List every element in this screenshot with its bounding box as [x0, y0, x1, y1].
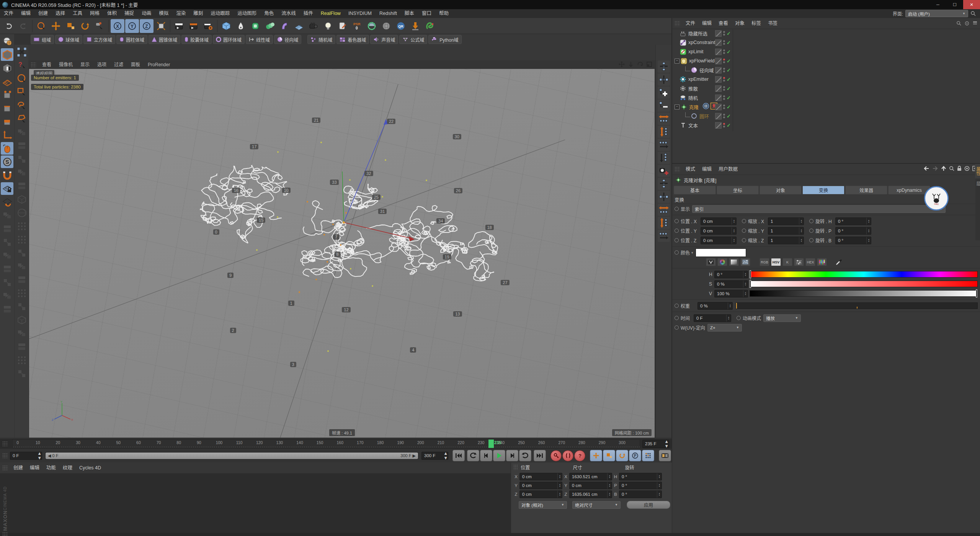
color-swatch[interactable] — [696, 248, 746, 257]
modeling-6[interactable] — [15, 193, 28, 206]
render-picture-viewer-button[interactable] — [187, 19, 201, 33]
value-field[interactable]: 1▲▼ — [768, 227, 804, 235]
layer-toggle[interactable] — [715, 30, 722, 37]
modeling-15[interactable] — [15, 314, 28, 326]
panel-grip[interactable] — [2, 441, 8, 446]
picker-mode-HEX[interactable]: HEX — [805, 258, 815, 266]
axis-mode[interactable] — [1, 129, 13, 141]
om-menu-查看[interactable]: 查看 — [715, 19, 732, 28]
field-button-组域[interactable]: 组域 — [31, 35, 54, 44]
hierarchy-tool-6[interactable] — [658, 126, 670, 138]
modeling-1[interactable] — [15, 126, 28, 139]
enable-check[interactable]: ✓ — [727, 67, 731, 73]
S-gradient-slider[interactable] — [750, 281, 978, 287]
hierarchy-tool-14[interactable] — [658, 230, 670, 242]
enable-check[interactable]: ✓ — [727, 58, 731, 64]
modeling-17[interactable] — [15, 340, 28, 353]
render-visibility-dot[interactable] — [723, 126, 725, 127]
rect-select-tool[interactable] — [15, 86, 28, 98]
current-frame-field[interactable]: 235 F▲▼ — [642, 440, 669, 448]
layer-toggle[interactable] — [715, 113, 722, 119]
menu-运动图形[interactable]: 运动图形 — [234, 9, 260, 18]
menu-渲染[interactable]: 渲染 — [172, 9, 189, 18]
display-dropdown[interactable]: 索引▼ — [692, 205, 946, 213]
drop-to-floor-button[interactable] — [408, 19, 422, 33]
dock-extra-7[interactable] — [1, 289, 13, 302]
hierarchy-tool-2[interactable] — [658, 74, 670, 86]
compact-picker-icon[interactable] — [706, 258, 716, 266]
render-view-button[interactable] — [172, 19, 186, 33]
om-target-icon[interactable] — [964, 21, 970, 26]
enable-check[interactable]: ✓ — [727, 113, 731, 119]
coord-尺寸-Z[interactable]: 1635.061 cm▲▼ — [569, 490, 612, 498]
panel-grip[interactable] — [31, 62, 36, 67]
value-field[interactable]: 0 °▲▼ — [835, 217, 871, 225]
coord-位置-X[interactable]: 0 cm▲▼ — [519, 473, 562, 480]
render-visibility-dot[interactable] — [723, 116, 725, 118]
hierarchy-tool-9[interactable] — [658, 165, 670, 177]
render-visibility-dot[interactable] — [723, 80, 725, 82]
animation-toggle[interactable] — [737, 316, 741, 320]
menu-工具[interactable]: 工具 — [69, 9, 86, 18]
hierarchy-tool-1[interactable] — [658, 60, 670, 73]
hierarchy-tool-8[interactable] — [658, 152, 670, 164]
render-settings-button[interactable] — [201, 19, 215, 33]
render-visibility-dot[interactable] — [723, 52, 725, 54]
side-tab-层[interactable]: 层 — [975, 178, 980, 189]
camera-button[interactable] — [307, 19, 320, 33]
magnet-tool[interactable] — [1, 169, 13, 181]
dock-extra-4[interactable] — [1, 249, 13, 262]
material-menu-功能[interactable]: 功能 — [43, 464, 59, 472]
coord-mode-dropdown[interactable]: 对象 (相对)▼ — [519, 501, 567, 509]
field-button-声音域[interactable]: 声音域 — [370, 35, 398, 44]
editor-visibility-dot[interactable] — [723, 86, 725, 88]
slider-picker-icon[interactable] — [794, 258, 804, 266]
panel-grip[interactable] — [2, 453, 8, 458]
modeling-4[interactable] — [15, 166, 28, 179]
menu-Redshift[interactable]: Redshift — [376, 9, 401, 18]
model-mode[interactable] — [1, 48, 13, 61]
render-visibility-dot[interactable] — [723, 98, 725, 100]
modeling-12[interactable] — [15, 273, 28, 286]
snapshot-icon[interactable] — [964, 166, 970, 173]
field-button-圆锥体域[interactable]: 圆锥体域 — [149, 35, 180, 44]
interface-dropdown[interactable]: 启动 (用户)▼ — [905, 10, 968, 17]
panel-grip[interactable] — [2, 532, 8, 536]
key-pla-toggle[interactable] — [642, 450, 654, 461]
tab-基本[interactable]: 基本 — [674, 186, 716, 194]
viewport-menu-ProRender[interactable]: ProRender — [144, 60, 174, 69]
layer-toggle[interactable] — [715, 49, 722, 55]
field-button-着色器域[interactable]: 着色器域 — [336, 35, 369, 44]
editor-visibility-dot[interactable] — [723, 49, 725, 51]
object-row-文本[interactable]: 文本✓ — [672, 121, 980, 130]
generator-button[interactable] — [263, 19, 277, 33]
render-visibility-dot[interactable] — [723, 43, 725, 45]
end-frame-field[interactable]: 300 F▲▼ — [421, 452, 448, 460]
field-button-圆柱体域[interactable]: 圆柱体域 — [116, 35, 147, 44]
toggle-view-icon[interactable] — [646, 61, 652, 69]
workplane-mode[interactable] — [1, 75, 13, 88]
render-visibility-dot[interactable] — [723, 70, 725, 72]
menu-插件[interactable]: 插件 — [300, 9, 317, 18]
hierarchy-tool-11[interactable] — [658, 191, 670, 203]
om-menu-书签[interactable]: 书签 — [764, 19, 781, 28]
side-tab-属性[interactable]: 属性 — [975, 164, 980, 178]
picker-mode-K[interactable]: K — [782, 258, 792, 266]
enable-check[interactable]: ✓ — [727, 86, 731, 92]
am-search-icon[interactable] — [949, 166, 954, 173]
object-row-随机[interactable]: 随机✓ — [672, 93, 980, 102]
om-menu-对象[interactable]: 对象 — [732, 19, 748, 28]
menu-流水线[interactable]: 流水线 — [278, 9, 300, 18]
layer-toggle[interactable] — [715, 67, 722, 74]
autokey-button[interactable] — [562, 450, 573, 461]
modeling-8[interactable] — [15, 220, 28, 232]
modeling-13[interactable] — [15, 287, 28, 299]
hierarchy-tool-3[interactable] — [658, 87, 670, 99]
render-visibility-dot[interactable] — [723, 34, 725, 36]
hierarchy-tool-5[interactable] — [658, 113, 670, 125]
modeling-9[interactable] — [15, 233, 28, 246]
editor-visibility-dot[interactable] — [723, 59, 725, 60]
animation-toggle[interactable] — [675, 304, 679, 308]
image-picker-icon[interactable] — [740, 258, 750, 266]
picker-mode-HSV[interactable]: HSV — [771, 258, 781, 266]
